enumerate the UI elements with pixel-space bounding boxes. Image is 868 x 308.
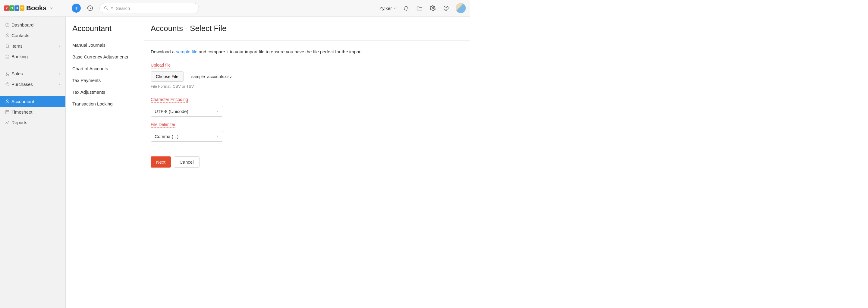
cancel-button[interactable]: Cancel — [174, 156, 199, 167]
chevron-right-icon: ▸ — [59, 72, 61, 75]
main-content: Accounts - Select File Download a sample… — [144, 0, 470, 308]
instruction-text: Download a sample file and compare it to… — [151, 49, 464, 54]
sub-nav-item[interactable]: Manual Journals — [66, 39, 144, 51]
nav-item-purchases[interactable]: Purchases▸ — [0, 79, 65, 90]
nav-item-label: Dashboard — [11, 22, 33, 27]
sub-nav-item[interactable]: Transaction Locking — [66, 98, 144, 110]
svg-point-3 — [432, 7, 434, 9]
selected-filename: sample_accounts.csv — [191, 74, 232, 79]
svg-point-5 — [446, 9, 446, 10]
chevron-down-icon — [216, 134, 219, 138]
basket-icon — [5, 82, 11, 87]
folder-icon[interactable] — [416, 4, 423, 12]
nav-item-items[interactable]: Items▸ — [0, 41, 65, 51]
nav-item-label: Banking — [11, 54, 28, 59]
calendar-icon — [5, 110, 11, 115]
topbar-right: Zylker — [379, 3, 466, 13]
nav-item-label: Items — [11, 43, 23, 49]
sub-nav-item[interactable]: Chart of Accounts — [66, 63, 144, 74]
zoho-logo-icon: Z O H O — [4, 5, 24, 11]
gear-icon[interactable] — [429, 4, 436, 12]
sample-file-link[interactable]: sample file — [176, 49, 197, 54]
delimiter-value: Comma ( , ) — [155, 134, 179, 139]
person-icon — [5, 99, 11, 104]
svg-point-9 — [8, 75, 9, 75]
sub-nav-item[interactable]: Tax Adjustments — [66, 86, 144, 98]
brand-logo[interactable]: Z O H O Books — [4, 4, 66, 12]
chevron-down-icon — [50, 6, 54, 10]
encoding-select[interactable]: UTF-8 (Unicode) — [151, 106, 223, 117]
delimiter-select[interactable]: Comma ( , ) — [151, 131, 223, 142]
svg-line-2 — [107, 9, 107, 10]
nav-item-label: Contacts — [11, 33, 29, 38]
chevron-down-icon — [216, 110, 219, 113]
sub-nav-title: Accountant — [66, 17, 144, 39]
chart-icon — [5, 120, 11, 125]
quick-add-button[interactable]: + — [72, 4, 81, 13]
nav-item-accountant[interactable]: Accountant — [0, 96, 65, 107]
topbar-quick-actions: + — [72, 4, 94, 13]
svg-point-10 — [7, 100, 8, 101]
chevron-down-icon — [393, 6, 397, 10]
svg-point-12 — [5, 124, 6, 124]
chevron-right-icon: ▸ — [59, 44, 61, 48]
svg-point-7 — [7, 34, 8, 36]
svg-rect-11 — [6, 111, 9, 114]
sub-nav: Accountant Manual JournalsBase Currency … — [66, 0, 144, 308]
search-scope-caret-icon[interactable]: ▼ — [111, 7, 113, 10]
file-format-hint: File Format: CSV or TSV — [151, 84, 464, 89]
org-switcher[interactable]: Zylker — [379, 6, 397, 11]
search-bar[interactable]: ▼ — [99, 3, 199, 13]
nav-item-label: Timesheet — [11, 110, 32, 115]
upload-label: Upload file — [151, 63, 170, 68]
nav-item-dashboard[interactable]: Dashboard — [0, 20, 65, 30]
choose-file-button[interactable]: Choose File — [151, 71, 184, 82]
user-icon — [5, 33, 11, 38]
history-icon[interactable] — [86, 4, 94, 12]
divider — [151, 151, 464, 151]
nav-item-contacts[interactable]: Contacts — [0, 30, 65, 41]
divider — [144, 40, 470, 41]
bank-icon — [5, 54, 11, 59]
nav-item-label: Accountant — [11, 99, 34, 104]
nav-item-label: Reports — [11, 120, 27, 125]
nav-item-sales[interactable]: Sales▸ — [0, 68, 65, 79]
svg-point-1 — [104, 7, 107, 9]
search-input[interactable] — [116, 6, 194, 11]
left-nav: DashboardContactsItems▸Banking Sales▸Pur… — [0, 0, 66, 308]
cart-icon — [5, 71, 11, 76]
nav-item-timesheet[interactable]: Timesheet — [0, 107, 65, 117]
encoding-label: Character Encoding — [151, 97, 188, 103]
svg-point-8 — [6, 75, 7, 75]
page-title: Accounts - Select File — [151, 24, 464, 40]
sub-nav-item[interactable]: Tax Payments — [66, 74, 144, 86]
org-name: Zylker — [379, 6, 392, 11]
search-icon — [104, 6, 108, 10]
bag-icon — [5, 43, 11, 49]
bell-icon[interactable] — [403, 4, 410, 12]
chevron-right-icon: ▸ — [59, 82, 61, 86]
nav-item-label: Purchases — [11, 82, 33, 87]
encoding-value: UTF-8 (Unicode) — [155, 109, 188, 114]
gauge-icon — [5, 22, 11, 27]
nav-item-label: Sales — [11, 71, 23, 76]
sub-nav-item[interactable]: Base Currency Adjustments — [66, 51, 144, 63]
brand-name: Books — [26, 4, 46, 12]
topbar: Z O H O Books + ▼ Zylker — [0, 0, 470, 17]
nav-item-reports[interactable]: Reports — [0, 117, 65, 128]
help-icon[interactable] — [442, 4, 450, 12]
nav-item-banking[interactable]: Banking — [0, 51, 65, 62]
next-button[interactable]: Next — [151, 156, 171, 167]
avatar[interactable] — [456, 3, 466, 13]
delimiter-label: File Delimiter — [151, 122, 176, 128]
